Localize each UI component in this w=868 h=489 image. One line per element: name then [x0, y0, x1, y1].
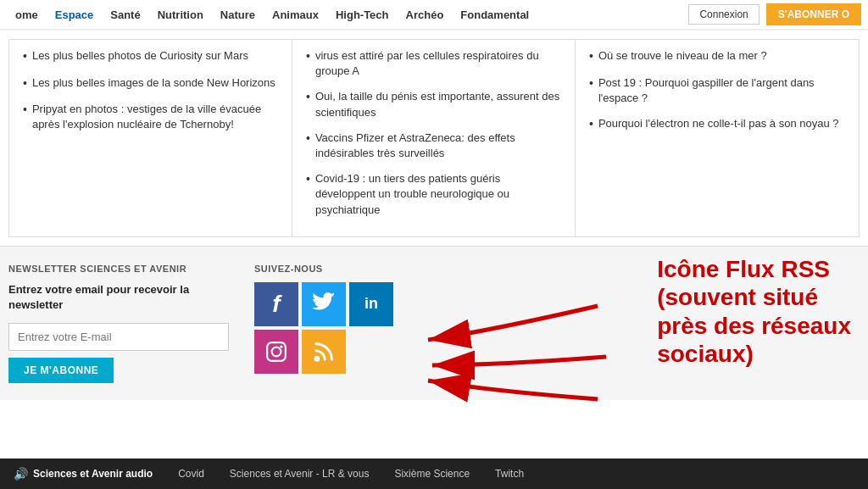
nav-right: Connexion S'ABONNER O	[688, 3, 861, 25]
footer-section: NEWSLETTER SCIENCES ET AVENIR Entrez vot…	[0, 246, 868, 400]
nav-nature[interactable]: Nature	[212, 0, 264, 30]
news-col-2: virus est attiré par les cellules respir…	[292, 40, 576, 236]
social-title: SUIVEZ-NOUS	[254, 264, 393, 274]
list-item[interactable]: Covid-19 : un tiers des patients guéris …	[306, 171, 561, 218]
news-grid: Les plus belles photos de Curiosity sur …	[8, 39, 860, 237]
annotation-text: Icône Flux RSS(souvent situéprès des rés…	[657, 255, 851, 369]
newsletter-description: Entrez votre email pour recevoir la news…	[8, 282, 229, 313]
list-item[interactable]: Où se trouve le niveau de la mer ?	[589, 48, 845, 65]
nav-animaux[interactable]: Animaux	[264, 0, 327, 30]
list-item[interactable]: Post 19 : Pourquoi gaspiller de l'argent…	[589, 75, 845, 106]
svg-rect-0	[267, 342, 286, 361]
svg-point-2	[280, 345, 282, 347]
instagram-icon[interactable]	[254, 330, 298, 374]
linkedin-icon[interactable]: in	[349, 282, 393, 326]
nav-archeo[interactable]: Archéo	[398, 0, 453, 30]
list-item[interactable]: Vaccins Pfizer et AstraZeneca: des effet…	[306, 131, 561, 161]
list-item[interactable]: virus est attiré par les cellules respir…	[306, 48, 561, 79]
list-item[interactable]: Pripyat en photos : vestiges de la ville…	[23, 102, 278, 132]
nav-home[interactable]: ome	[7, 0, 47, 30]
list-item[interactable]: Les plus belles images de la sonde New H…	[23, 75, 278, 92]
connexion-button[interactable]: Connexion	[688, 4, 759, 25]
newsletter-title: NEWSLETTER SCIENCES ET AVENIR	[8, 264, 229, 274]
annotation-overlay: Icône Flux RSS(souvent situéprès des rés…	[572, 255, 851, 369]
list-item[interactable]: Pourquoi l'électron ne colle-t-il pas à …	[589, 116, 845, 133]
nav-sante[interactable]: Santé	[102, 0, 148, 30]
social-grid: f in	[254, 282, 393, 374]
list-item[interactable]: Oui, la taille du pénis est importante, …	[306, 89, 561, 119]
top-nav: ome Espace Santé Nutrition Nature Animau…	[0, 0, 868, 31]
svg-point-3	[314, 355, 320, 361]
subscribe-button[interactable]: S'ABONNER O	[766, 3, 861, 25]
newsletter-block: NEWSLETTER SCIENCES ET AVENIR Entrez vot…	[8, 264, 229, 383]
nav-fondamental[interactable]: Fondamental	[452, 0, 537, 30]
subscribe-newsletter-button[interactable]: JE M'ABONNE	[8, 358, 114, 383]
rss-icon[interactable]	[302, 330, 346, 374]
social-block: SUIVEZ-NOUS f in	[254, 264, 393, 383]
twitter-icon[interactable]	[302, 282, 346, 326]
main-content: Les plus belles photos de Curiosity sur …	[0, 31, 868, 408]
nav-items: ome Espace Santé Nutrition Nature Animau…	[7, 0, 688, 30]
facebook-icon[interactable]: f	[254, 282, 298, 326]
news-col-1: Les plus belles photos de Curiosity sur …	[9, 40, 292, 236]
nav-nutrition[interactable]: Nutrition	[149, 0, 212, 30]
list-item[interactable]: Les plus belles photos de Curiosity sur …	[23, 48, 278, 65]
news-col-3: Où se trouve le niveau de la mer ? Post …	[576, 40, 859, 236]
nav-espace[interactable]: Espace	[47, 0, 103, 30]
svg-point-1	[272, 347, 281, 356]
nav-hightech[interactable]: High-Tech	[327, 0, 398, 30]
email-field[interactable]	[8, 323, 229, 351]
